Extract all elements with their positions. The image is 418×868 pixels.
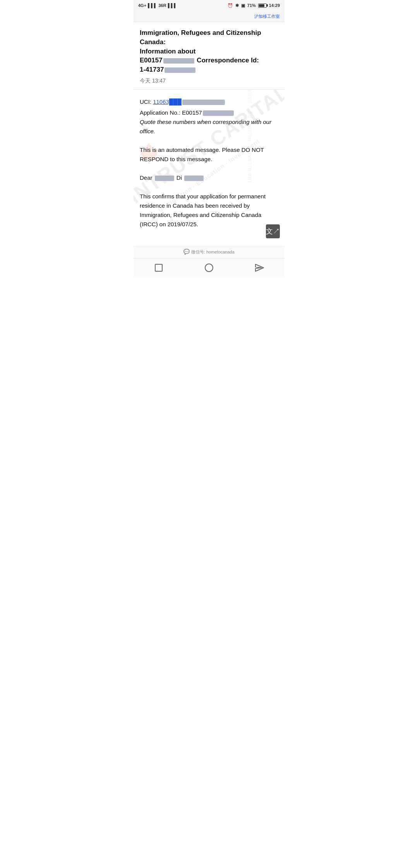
uci-section: UCI: 11063███ Application No.: E00157 Qu… [140,97,278,136]
dear-line: Dear Di [140,173,278,183]
redacted-firstname [155,176,174,181]
share-nav-button[interactable] [254,262,265,273]
bottom-nav [134,258,284,277]
wechat-label: 微信号: [191,250,205,254]
uci-value[interactable]: 11063███ [153,98,182,105]
quote-text: Quote these numbers when corresponding w… [140,117,278,136]
subject-line1: Immigration, Refugees and Citizenship Ca… [140,29,261,46]
redacted-appno2 [203,110,234,116]
appno-label: Application No.: E00157 [140,109,202,116]
footer-brand: 💬 微信号: hometocanada [134,246,284,258]
wechat-icon: 💬 [183,249,191,255]
redacted-appno [163,58,194,64]
svg-marker-0 [255,264,264,271]
status-icons: ⏰ ✱ ▣ 71% 14:29 [228,3,280,8]
signal-bars: ▌▌▌ [148,3,157,8]
signal-bars2: ▌▌▌ [168,3,177,8]
bluetooth-icon: ✱ [235,3,239,8]
square-icon [155,264,163,272]
redacted-uci [182,100,225,105]
email-body: INTRUST CAPITAL Immigration · Education … [134,90,284,246]
battery-icon [258,3,267,8]
time-display: 14:29 [269,3,280,8]
appno-line: Application No.: E00157 [140,108,278,117]
signal-4g: 4G+ [138,3,146,8]
signal-36r: 36R [159,3,166,8]
translate-button[interactable]: 文↗ [266,224,280,238]
uci-label: UCI: [140,98,153,105]
circle-icon [205,264,213,272]
subject-line2: Information about [140,48,195,55]
translate-icon: 文↗ [266,226,280,237]
brand-label: 沪加移工作室 [254,14,280,19]
battery-percent: 71% [247,3,256,8]
canada-logo: 🍁 [137,139,161,169]
dear-name-partial: Di [176,174,182,181]
signal-info: 4G+ ▌▌▌ 36R ▌▌▌ [138,3,177,8]
email-header: Immigration, Refugees and Citizenship Ca… [134,22,284,90]
confirm-text: This confirms that your application for … [140,192,278,229]
redacted-id [164,67,195,73]
subject-id: 1-41737 [140,66,164,73]
back-nav-button[interactable] [153,262,164,273]
confirm-section: This confirms that your application for … [140,192,278,229]
status-bar: 4G+ ▌▌▌ 36R ▌▌▌ ⏰ ✱ ▣ 71% 14:29 [134,0,284,11]
email-subject: Immigration, Refugees and Citizenship Ca… [140,28,278,74]
email-time: 今天 13:47 [140,78,278,84]
dear-section: Dear Di [140,173,278,183]
redacted-lastname [184,176,204,181]
subject-appno: E00157 [140,57,163,64]
top-bar: 沪加移工作室 [134,11,284,22]
dear-label: Dear [140,174,152,181]
subject-corr: Correspondence Id: [197,57,259,64]
alarm-icon: ⏰ [228,3,233,8]
uci-line: UCI: 11063███ [140,97,278,107]
send-icon [255,263,264,272]
home-nav-button[interactable] [204,262,214,273]
screencast-icon: ▣ [241,3,245,8]
wechat-id: hometocanada [206,250,235,254]
